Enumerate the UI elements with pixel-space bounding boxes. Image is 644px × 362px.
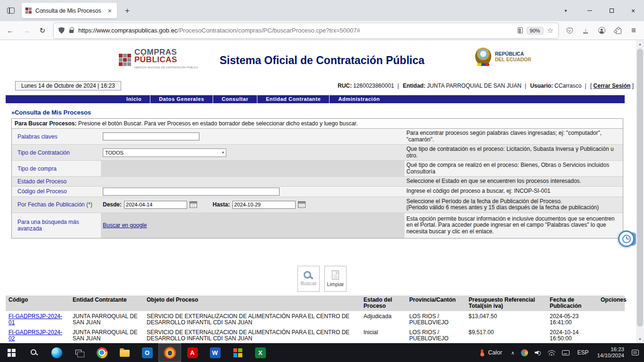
form-row-palabras: Palabras claves Para encontrar procesos …	[12, 129, 623, 144]
scroll-up-icon[interactable]: ▲	[636, 40, 644, 48]
acrobat-button[interactable]: A	[181, 343, 204, 362]
language-indicator[interactable]: ESP	[573, 349, 593, 356]
close-button[interactable]: ×	[622, 0, 644, 21]
weather-label: Calor	[488, 349, 502, 356]
search-form: Para Buscar Procesos: Presione el botón …	[11, 118, 623, 239]
menu-item-entidad-contratante[interactable]: Entidad Contratante	[257, 95, 330, 103]
menu-item-administracion[interactable]: Administración	[329, 95, 388, 103]
field-help-estado: Seleccione el Estado en que se encuentre…	[405, 177, 624, 186]
task-view-button[interactable]	[68, 343, 91, 362]
bookmark-star-icon[interactable]: ☆	[547, 26, 553, 35]
start-button[interactable]	[0, 343, 23, 362]
action-center-button[interactable]	[628, 343, 642, 362]
tab-close-icon[interactable]: ×	[107, 7, 113, 15]
minimize-button[interactable]	[579, 0, 601, 21]
account-person-icon	[598, 27, 605, 34]
back-button[interactable]: ←	[3, 23, 18, 38]
fecha-hasta-input[interactable]	[232, 201, 296, 209]
buscar-button[interactable]: Buscar	[297, 266, 320, 292]
tab-list-chevron-icon[interactable]: ▾	[559, 4, 572, 17]
new-tab-button[interactable]: +	[121, 4, 134, 17]
system-tray: Calor ∧ ESP 16:23 14/10/2024	[475, 343, 644, 362]
outlook-button[interactable]: O	[136, 343, 158, 362]
proceso-link-1[interactable]: FI-GADPRSJP-2024-01	[8, 313, 62, 326]
extensions-button[interactable]	[610, 23, 625, 38]
firefox-button[interactable]	[158, 343, 181, 362]
word-button[interactable]: W	[204, 343, 226, 362]
coat-of-arms-icon	[475, 48, 491, 66]
browser-tab[interactable]: Consulta de Mis Procesos ×	[22, 3, 117, 18]
field-help-fechas: Seleccione el Período de la fecha de Pub…	[405, 197, 624, 213]
header-provincia: Provincia/Cantón	[406, 296, 466, 311]
page-scrollbar[interactable]: ▲ ▼	[636, 40, 644, 343]
tray-chevron-icon[interactable]: ∧	[508, 343, 518, 362]
firefox-view-glyph	[7, 8, 15, 14]
excel-button[interactable]: X	[249, 343, 272, 362]
action-buttons: Buscar Limpiar	[0, 266, 644, 292]
scroll-down-icon[interactable]: ▼	[636, 335, 644, 343]
codigo-proceso-input[interactable]	[103, 188, 280, 196]
app-menu-button[interactable]: ≡	[626, 23, 641, 38]
entidad-label: Entidad:	[403, 82, 425, 89]
header-presupuesto: Presupuesto Referencial Total(sin iva)	[466, 296, 547, 311]
volume-button[interactable]	[531, 343, 545, 362]
session-timer-widget[interactable]	[618, 230, 635, 247]
scrollbar-thumb[interactable]	[637, 49, 643, 327]
forward-button[interactable]: →	[19, 23, 34, 38]
limpiar-button[interactable]: Limpiar	[324, 266, 347, 292]
tab-title: Consulta de Mis Procesos	[35, 8, 103, 14]
menu-item-inicio[interactable]: Inicio	[118, 95, 150, 103]
main-menu: Inicio Datos Generales Consultar Entidad…	[6, 95, 625, 103]
chrome-button[interactable]	[91, 343, 113, 362]
network-button[interactable]	[545, 343, 559, 362]
pocket-button[interactable]	[562, 23, 577, 38]
cerrar-sesion-link[interactable]: Cerrar Sesión	[594, 82, 631, 89]
fecha-desde-input[interactable]	[124, 201, 187, 209]
maximize-button[interactable]	[601, 0, 622, 21]
touch-keyboard-button[interactable]	[559, 343, 573, 362]
cell-presupuesto: $9,517.00	[466, 327, 547, 343]
palabras-claves-input[interactable]	[103, 132, 199, 140]
outlook-icon: O	[142, 347, 153, 358]
reload-button[interactable]: ↻	[35, 23, 50, 38]
estado-area	[101, 177, 405, 186]
tray-app-icon	[521, 349, 528, 356]
entidad-value: JUNTA PARROQUIAL DE SAN JUAN	[427, 82, 521, 89]
file-explorer-button[interactable]	[113, 343, 136, 362]
cell-fecha: 2024-05-23 16:41:00	[547, 311, 598, 327]
zoom-indicator[interactable]: 90%	[527, 27, 544, 34]
tracking-shield-icon[interactable]	[58, 27, 65, 34]
account-button[interactable]	[594, 23, 609, 38]
usuario-label: Usuario:	[530, 82, 553, 89]
calendar-desde-icon[interactable]	[190, 201, 197, 208]
edge-icon	[51, 347, 62, 358]
field-label-codigo: Código del Proceso	[12, 187, 101, 196]
tipo-contratacion-select[interactable]: TODOS ▾	[103, 148, 226, 157]
emblem-text-line2: DEL ECUADOR	[495, 57, 531, 62]
word-icon: W	[210, 347, 221, 358]
tray-app-button[interactable]	[518, 343, 531, 362]
url-bar[interactable]: https://www.compraspublicas.gob.ec/Proce…	[54, 23, 558, 38]
volume-icon	[535, 350, 541, 355]
menu-item-datos-generales[interactable]: Datos Generales	[150, 95, 213, 103]
cell-provincia: LOS RIOS / PUEBLOVIEJO	[406, 327, 466, 343]
lock-icon[interactable]	[69, 30, 74, 33]
header-opciones: Opciones	[598, 296, 629, 311]
reader-mode-icon[interactable]	[518, 27, 523, 33]
field-label-avanzada: Para una búsqueda más avanzada	[12, 218, 101, 233]
buscar-en-google-link[interactable]: Buscar en google	[103, 222, 147, 229]
tab-favicon-icon	[25, 8, 32, 14]
browser-toolbar: ← → ↻ https://www.compraspublicas.gob.ec…	[0, 21, 644, 40]
calendar-hasta-icon[interactable]	[298, 201, 305, 208]
proceso-link-2[interactable]: FI-GADPRSJP-2024-02	[8, 329, 62, 342]
edge-button[interactable]	[45, 343, 68, 362]
clear-page-icon	[332, 271, 339, 280]
taskbar-clock[interactable]: 16:23 14/10/2024	[593, 346, 628, 359]
downloads-button[interactable]: ↓	[578, 23, 593, 38]
taskbar-search-button[interactable]	[23, 343, 45, 362]
weather-widget[interactable]: Calor	[475, 349, 508, 356]
menu-item-consultar[interactable]: Consultar	[213, 95, 257, 103]
buscar-label: Buscar	[300, 280, 316, 286]
app-grid-button[interactable]	[226, 343, 249, 362]
firefox-view-icon[interactable]	[4, 4, 18, 18]
